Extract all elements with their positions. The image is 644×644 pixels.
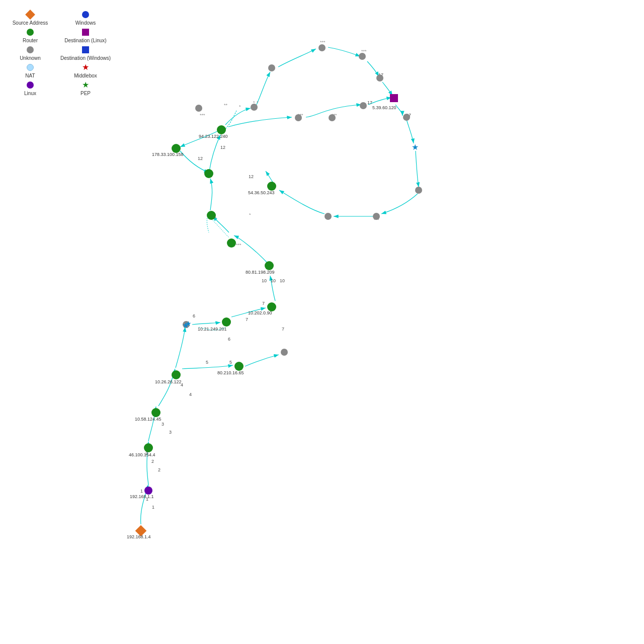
dots-1: ***: [200, 113, 205, 118]
edge-label-2b: 2: [151, 459, 154, 464]
n8-node: [281, 349, 288, 356]
edge-label-3c: 3: [169, 430, 172, 435]
n9-label: 10.202.0.90: [248, 310, 272, 315]
edge-label-5a: 5: [206, 360, 208, 365]
edge-label-10b: 10: [271, 278, 276, 283]
n5-label: 80.210.16.65: [217, 370, 244, 375]
edge-label-12b: 12: [198, 156, 203, 161]
n5-node: [234, 362, 244, 371]
n32-star: ★: [412, 143, 419, 151]
n33-node: [195, 105, 202, 112]
network-graph: 17 17 17 12 12 12 10 10 10 7 7 7 6 6 5 5…: [0, 0, 644, 644]
n20-node: [318, 44, 326, 51]
edge-label-3b: 3: [162, 422, 164, 427]
edge-label-5b: 5: [229, 360, 232, 365]
n17-label: 54.36.50.243: [248, 190, 275, 195]
dots-edge2: **: [224, 103, 228, 108]
edge-label-12a: 12: [220, 145, 225, 150]
dots-n19: *: [257, 100, 259, 105]
edge-label-7a: 7: [262, 301, 265, 306]
n19-node: [268, 64, 275, 71]
n10-label: 10.21.249.201: [198, 327, 227, 332]
n15-node: [217, 125, 226, 134]
dest-node: [390, 94, 398, 102]
edge-label-6b: 6: [228, 337, 230, 342]
edge-label-1c: 1: [152, 505, 154, 510]
n13-node: [227, 238, 236, 248]
n22-node: [376, 74, 383, 82]
dots-n15up: *: [239, 104, 241, 109]
dest-label: 5.39.60.120: [372, 105, 396, 110]
edge-label-7c: 7: [282, 327, 284, 332]
n12-node: [207, 211, 216, 220]
n10-node: [222, 317, 231, 327]
n15-label: 94.23.122.240: [199, 134, 228, 139]
dots-n13: ***: [236, 243, 242, 248]
n1-label: 192.168.1.1: [130, 494, 154, 499]
n11-label: 80.81.198.209: [246, 270, 275, 275]
n3-node: [151, 408, 160, 417]
n26-node: [329, 114, 336, 121]
n17-node: [267, 182, 276, 191]
edge-label-17b: 17: [367, 100, 372, 105]
n4-label: 10.26.26.122: [155, 379, 182, 384]
n4-node: [172, 370, 181, 379]
n18-node: [251, 104, 258, 111]
edge-label-10a: 10: [262, 278, 267, 283]
edge-label-6a: 6: [193, 313, 195, 318]
edge-label-2c: 2: [158, 467, 160, 472]
n35-star: ★: [185, 319, 192, 328]
n14-node: [204, 169, 213, 178]
n11-node: [265, 261, 274, 270]
n23-node: [403, 114, 410, 121]
n31-node: [325, 213, 332, 220]
n29-node: [415, 187, 422, 194]
source-label: 192.168.1.4: [127, 534, 151, 539]
n16-label: 178.33.100.158: [152, 152, 184, 157]
edge-label-7b: 7: [246, 317, 248, 322]
n2-label: 46.100.154.4: [129, 452, 155, 457]
n21-node: [359, 53, 366, 60]
n25-node: [295, 114, 302, 121]
n27-node: [360, 102, 367, 109]
dots-edge4: *: [249, 212, 251, 217]
edge-label-4c: 4: [189, 392, 192, 397]
n3-label: 10.58.124.45: [135, 417, 162, 422]
edge-label-10c: 10: [280, 278, 285, 283]
edge-label-12c: 12: [249, 174, 254, 179]
edge-label-1a: 1: [140, 489, 143, 494]
n30-node: [373, 213, 380, 220]
n2-node: [144, 443, 153, 452]
n1-node: [144, 487, 152, 495]
dots-n20: ***: [320, 40, 326, 45]
